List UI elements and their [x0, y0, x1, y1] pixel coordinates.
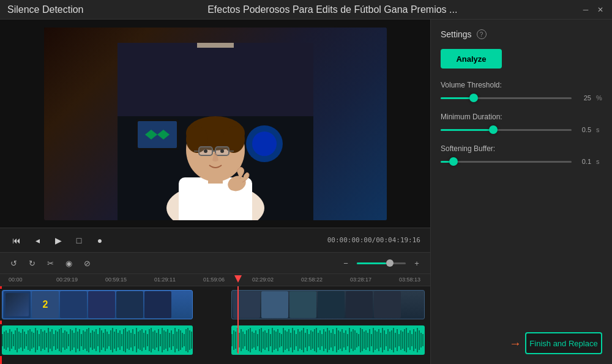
- svg-rect-39: [26, 334, 27, 346]
- finish-replace-button[interactable]: Finish and Replace: [525, 332, 602, 354]
- volume-threshold-row: 25 %: [441, 94, 602, 102]
- svg-rect-173: [310, 330, 312, 350]
- svg-rect-227: [409, 330, 411, 350]
- softening-buffer-thumb[interactable]: [449, 157, 458, 166]
- svg-rect-27: [4, 332, 5, 349]
- svg-rect-171: [307, 329, 308, 351]
- svg-rect-78: [97, 334, 99, 346]
- svg-rect-204: [367, 333, 368, 347]
- video-preview-area: [0, 20, 430, 228]
- svg-rect-88: [116, 329, 117, 351]
- svg-rect-207: [373, 328, 374, 352]
- person-overlay: [118, 43, 313, 220]
- min-duration-thumb[interactable]: [489, 125, 498, 134]
- svg-rect-223: [402, 332, 403, 349]
- svg-rect-82: [105, 329, 106, 351]
- eye-button[interactable]: ◉: [62, 257, 75, 269]
- ruler-mark-7: 03:28:17: [350, 277, 371, 283]
- softening-buffer-slider[interactable]: [441, 161, 572, 163]
- svg-rect-74: [90, 333, 91, 347]
- svg-rect-125: [184, 334, 185, 346]
- svg-rect-161: [288, 329, 289, 351]
- svg-rect-32: [13, 334, 14, 346]
- svg-rect-103: [143, 333, 144, 347]
- main-layout: ⏮ ◂ ▶ □ ● 00:00:00:00/00:04:19:16 ↺ ↻ ✂ …: [0, 20, 612, 364]
- timecode-display: 00:00:00:00/00:04:19:16: [327, 236, 420, 244]
- stop-button[interactable]: □: [72, 234, 86, 247]
- video-title: Efectos Poderosos Para Edits de Fútbol G…: [207, 4, 457, 15]
- min-duration-row: 0.5 s: [441, 126, 602, 133]
- svg-rect-151: [270, 334, 271, 346]
- svg-rect-164: [294, 330, 295, 350]
- help-icon[interactable]: ?: [477, 29, 487, 39]
- svg-rect-107: [151, 328, 152, 352]
- titlebar-controls: ─ ✕: [581, 6, 605, 14]
- min-duration-slider[interactable]: [441, 129, 572, 131]
- video-clip-2[interactable]: [231, 290, 425, 319]
- audio-wave-1[interactable]: /* bars generated below */: [2, 325, 193, 355]
- ruler-mark-0: 00:00: [9, 277, 23, 283]
- svg-rect-38: [24, 332, 25, 349]
- svg-rect-193: [347, 334, 348, 346]
- svg-rect-80: [101, 330, 102, 350]
- svg-rect-139: [248, 329, 249, 351]
- svg-rect-71: [84, 332, 86, 349]
- svg-rect-146: [261, 328, 262, 352]
- svg-rect-159: [285, 330, 286, 350]
- svg-rect-208: [375, 330, 376, 350]
- audio-wave-2[interactable]: [231, 325, 425, 355]
- redo-button[interactable]: ↻: [26, 257, 38, 269]
- zoom-in-button[interactable]: +: [411, 257, 423, 269]
- scissors-button[interactable]: ✂: [44, 257, 56, 269]
- svg-rect-145: [259, 329, 260, 351]
- zoom-out-button[interactable]: −: [340, 257, 352, 269]
- svg-rect-231: [417, 328, 418, 352]
- record-button[interactable]: ●: [93, 234, 106, 247]
- svg-rect-202: [364, 332, 365, 349]
- minimize-button[interactable]: ─: [581, 6, 590, 14]
- svg-rect-91: [121, 334, 122, 346]
- svg-rect-228: [411, 334, 412, 346]
- volume-threshold-unit: %: [596, 94, 602, 102]
- svg-rect-54: [53, 334, 54, 346]
- svg-rect-179: [321, 334, 323, 346]
- svg-rect-63: [70, 329, 71, 351]
- play-button[interactable]: ▶: [51, 234, 65, 247]
- video-clip-1[interactable]: 2: [2, 290, 193, 319]
- softening-buffer-unit: s: [596, 158, 602, 165]
- svg-rect-90: [119, 330, 121, 350]
- svg-rect-206: [371, 334, 372, 346]
- svg-rect-129: [191, 332, 192, 349]
- waveform-svg-2: [231, 325, 425, 355]
- svg-rect-118: [171, 330, 172, 350]
- svg-rect-167: [299, 332, 300, 349]
- volume-threshold-slider[interactable]: [441, 97, 572, 99]
- svg-rect-106: [149, 329, 150, 351]
- step-back-button[interactable]: ⏮: [10, 234, 23, 247]
- undo-button[interactable]: ↺: [7, 257, 20, 269]
- zoom-thumb[interactable]: [386, 259, 394, 267]
- svg-rect-41: [29, 329, 31, 351]
- play-back-button[interactable]: ◂: [31, 234, 44, 247]
- mute-button[interactable]: ⊘: [81, 257, 93, 269]
- svg-rect-92: [123, 329, 124, 351]
- timeline-ruler: 00:00 00:29:19 00:59:15 01:29:11 01:59:0…: [0, 274, 430, 286]
- svg-rect-218: [393, 328, 394, 352]
- svg-rect-40: [28, 330, 29, 350]
- svg-point-24: [220, 149, 224, 153]
- volume-threshold-label: Volume Threshold:: [441, 81, 602, 89]
- volume-threshold-thumb[interactable]: [469, 94, 478, 102]
- svg-rect-51: [48, 328, 49, 352]
- svg-rect-234: [422, 334, 424, 346]
- svg-rect-225: [406, 328, 407, 352]
- svg-rect-216: [389, 332, 390, 349]
- timeline-area[interactable]: 00:00 00:29:19 00:59:15 01:29:11 01:59:0…: [0, 274, 430, 364]
- svg-rect-166: [297, 329, 299, 351]
- playhead[interactable]: [237, 286, 239, 354]
- svg-rect-124: [182, 333, 183, 347]
- close-button[interactable]: ✕: [596, 6, 605, 14]
- zoom-slider[interactable]: [357, 262, 406, 264]
- analyze-button[interactable]: Analyze: [441, 49, 502, 69]
- svg-rect-8: [197, 43, 234, 48]
- svg-rect-56: [57, 332, 58, 349]
